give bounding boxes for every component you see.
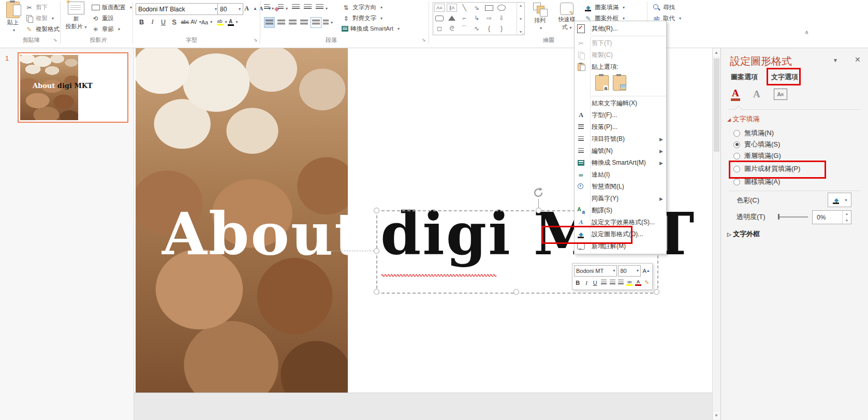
resize-handle-middle-left[interactable]	[374, 248, 379, 254]
shape-freeform-icon[interactable]: ◻	[433, 23, 446, 34]
menu-item-text-effects-format[interactable]: 設定文字效果格式(S)...	[575, 216, 666, 228]
menu-item-bullets[interactable]: 項目符號(B)▶	[575, 133, 666, 145]
mini-align-left-button[interactable]	[600, 278, 608, 287]
shapes-gallery[interactable]: A≡ ∥A ╲ ⇘ ⌐ ↳ ⇨ ⇩ ◻ ᘓ ⌒ ∿ { } ▲ ▼ ▼̲	[433, 2, 525, 35]
gallery-more-button[interactable]: ▼̲	[519, 30, 523, 34]
menu-item-paragraph[interactable]: 段落(P)...	[575, 121, 666, 133]
underline-button[interactable]: U	[158, 17, 168, 27]
mini-underline-button[interactable]: U	[591, 278, 599, 287]
shape-down-arrow-icon[interactable]: ⇩	[495, 13, 508, 23]
increase-indent-button[interactable]	[304, 4, 312, 11]
menu-item-numbering[interactable]: 編號(N)▶	[575, 145, 666, 157]
justify-button[interactable]	[299, 18, 309, 27]
mini-font-color-button[interactable]: A	[635, 278, 642, 287]
paste-keep-text-button[interactable]	[595, 75, 609, 91]
tab-shape-options[interactable]: 圖案選項	[731, 73, 758, 82]
menu-item-synonyms[interactable]: 同義字(Y)▶	[575, 193, 666, 205]
align-center-button[interactable]	[276, 18, 286, 27]
scrollbar-thumb[interactable]	[714, 59, 719, 152]
font-name-combo[interactable]: Bodoni MT Black▾	[136, 3, 219, 15]
mini-align-right-button[interactable]	[617, 278, 625, 287]
spinner[interactable]: ▲▼	[842, 211, 851, 224]
character-spacing-button[interactable]: AV▾	[191, 17, 201, 27]
shape-right-arrow-icon[interactable]: ⇨	[483, 13, 495, 23]
align-right-button[interactable]	[288, 18, 298, 27]
shape-right-brace-icon[interactable]: }	[495, 23, 508, 34]
resize-handle-bottom-center[interactable]	[513, 289, 519, 295]
radio-pattern-fill[interactable]: 圖樣填滿(A)	[733, 177, 780, 186]
mini-highlight-button[interactable]: ab	[626, 278, 634, 287]
close-icon[interactable]: ✕	[855, 55, 861, 64]
mini-bold-button[interactable]: B	[574, 278, 582, 287]
copy-button[interactable]: 複製 ▾	[25, 14, 54, 23]
mini-align-center-button[interactable]	[609, 278, 616, 287]
section-text-outline[interactable]: 文字外框	[727, 229, 760, 239]
resize-handle-bottom-right[interactable]	[654, 289, 659, 295]
layout-button[interactable]: 版面配置▾	[91, 3, 132, 12]
shape-elbow-arrow-icon[interactable]: ↳	[470, 13, 483, 23]
bullets-button[interactable]: ▾	[264, 4, 274, 11]
shape-arc-icon[interactable]: ⌒	[458, 23, 470, 34]
grow-font-button[interactable]: ▲	[242, 4, 257, 13]
paste-as-picture-button[interactable]	[613, 75, 626, 91]
radio-gradient-fill[interactable]: 漸層填滿(G)	[733, 151, 781, 161]
mini-font-size-combo[interactable]: 80▾	[618, 265, 641, 277]
radio-no-fill[interactable]: 無填滿(N)	[733, 128, 774, 138]
textbox-options-icon[interactable]: A≡	[774, 89, 787, 100]
menu-item-end-text-edit[interactable]: 結束文字編輯(X)	[575, 97, 666, 109]
font-dialog-launcher[interactable]: ⇘	[254, 37, 258, 42]
rotate-handle-icon[interactable]	[533, 186, 545, 199]
line-spacing-button[interactable]: ▾	[316, 4, 328, 11]
cut-button[interactable]: 剪下	[25, 3, 48, 12]
menu-item-smart-lookup[interactable]: 智慧查閱(L)	[575, 181, 666, 193]
tab-text-options[interactable]: 文字選項	[771, 73, 798, 82]
slide-thumbnail[interactable]: About digi MKT	[18, 52, 128, 123]
text-fill-outline-icon[interactable]: A	[731, 88, 740, 101]
distribute-button[interactable]	[311, 17, 321, 28]
gallery-scroll-up[interactable]: ▲	[519, 4, 523, 7]
shape-curve-icon[interactable]: ∿	[470, 23, 483, 34]
shape-elbow-icon[interactable]: ⌐	[458, 13, 470, 23]
columns-button[interactable]: ▾	[323, 18, 333, 27]
text-direction-button[interactable]: ⇅文字方向▾	[342, 3, 382, 12]
menu-item-link[interactable]: 連結(I)	[575, 169, 666, 181]
format-painter-button[interactable]: 複製格式	[25, 25, 60, 34]
shape-vertical-textbox-icon[interactable]: ∥A	[447, 4, 457, 12]
mini-font-name-combo[interactable]: Bodoni MT▾	[574, 265, 617, 277]
highlight-color-button[interactable]: ab▾	[217, 17, 227, 27]
shape-fill-button[interactable]: 圖案填滿▾	[584, 3, 625, 12]
shape-arrow-icon[interactable]: ⇘	[470, 3, 483, 13]
section-button[interactable]: ✳章節▾	[91, 25, 120, 34]
align-text-button[interactable]: ⇕對齊文字▾	[342, 14, 382, 23]
slide-title-white[interactable]: About	[162, 205, 363, 263]
radio-solid-fill[interactable]: 實心填滿(S)	[733, 140, 780, 149]
resize-handle-top-center[interactable]	[536, 208, 541, 213]
shape-scribble-icon[interactable]: ᘓ	[446, 23, 458, 34]
find-button[interactable]: 尋找	[652, 3, 675, 12]
mini-grow-font-button[interactable]: A▲	[642, 266, 651, 276]
mini-format-painter-icon[interactable]	[643, 278, 651, 287]
color-picker-button[interactable]: ▾	[828, 193, 851, 207]
menu-item-translate[interactable]: 翻譯(S)	[575, 205, 666, 216]
italic-button[interactable]: I	[148, 17, 157, 27]
shape-line-icon[interactable]: ╲	[458, 3, 470, 13]
menu-item-copy[interactable]: 複製(C)	[575, 49, 666, 61]
bold-button[interactable]: B	[137, 17, 146, 27]
arrange-button[interactable]: 排列▾	[529, 3, 551, 32]
font-color-button[interactable]: A▾	[228, 17, 238, 27]
clipboard-dialog-launcher[interactable]: ⇘	[53, 37, 57, 42]
menu-item-format-shape[interactable]: 設定圖形格式(O)...	[575, 228, 666, 240]
radio-picture-texture-fill[interactable]: 圖片或材質填滿(P)	[733, 164, 800, 173]
shape-rectangle-icon[interactable]	[483, 3, 495, 13]
resize-handle-top-left[interactable]	[374, 208, 379, 213]
align-left-button[interactable]	[264, 17, 275, 28]
new-slide-button[interactable]: 新 投影片▾	[64, 2, 88, 31]
reset-button[interactable]: ⟲重設	[91, 14, 114, 23]
section-text-fill[interactable]: 文字填滿	[727, 114, 760, 124]
scroll-down-button[interactable]: ▼	[713, 412, 719, 419]
strikethrough-button[interactable]: abc	[180, 17, 190, 27]
shape-textbox-icon[interactable]: A≡	[434, 4, 445, 12]
numbering-button[interactable]: ▾	[278, 4, 288, 11]
transparency-slider-track[interactable]	[779, 216, 808, 218]
scroll-up-button[interactable]: ▲	[713, 49, 719, 56]
